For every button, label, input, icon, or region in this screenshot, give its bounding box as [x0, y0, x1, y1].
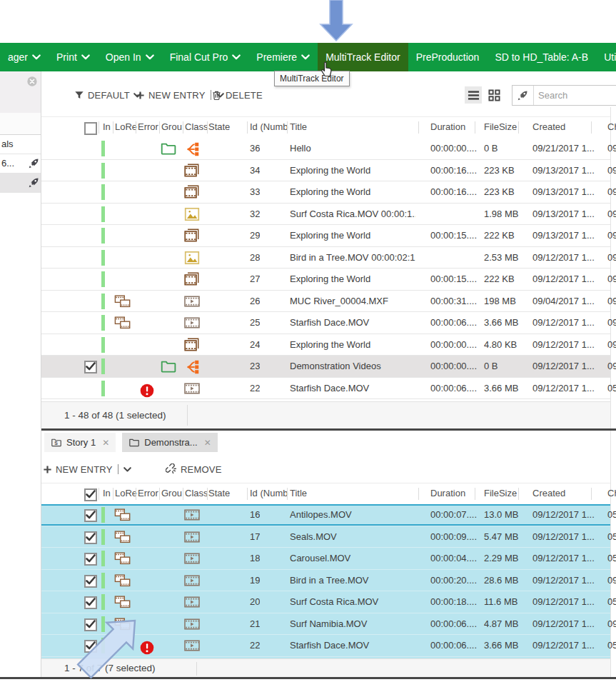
column-header-id-numb[interactable]: Id (Numb	[250, 117, 288, 137]
lowres-proxy-icon	[114, 315, 131, 331]
column-header-changed[interactable]: Changed	[607, 117, 616, 137]
table-row[interactable]: 22Starfish Dace.MOV00:00:06....3.66 MB09…	[41, 378, 610, 400]
cell-title: Surf Costa Rica.MOV 00:00:1...	[290, 204, 415, 226]
column-header-lore[interactable]: LoRe	[115, 483, 137, 503]
cell-title: Starfish Dace.MOV	[290, 635, 415, 657]
select-all-checkbox[interactable]	[84, 122, 97, 135]
row-checkbox[interactable]	[84, 575, 97, 588]
new-entry-button-lower[interactable]: NEW ENTRY	[43, 458, 131, 480]
grid-view-toggle[interactable]	[485, 86, 503, 104]
filter-default-button[interactable]: DEFAULT	[74, 84, 141, 106]
sidebar-item[interactable]: 6...	[0, 154, 41, 174]
column-header-id-numb[interactable]: Id (Numb	[250, 483, 288, 503]
tab-demonstra-[interactable]: Demonstra...✕	[122, 433, 217, 452]
close-icon[interactable]	[26, 76, 38, 87]
search-input[interactable]	[534, 86, 616, 105]
table-row[interactable]: 16Antilopes.MOV00:00:07....13.0 MB09/12/…	[41, 504, 610, 526]
table-row[interactable]: 27Exploring the World00:00:15....222 KB0…	[41, 269, 610, 291]
menu-item-open-in[interactable]: Open In	[98, 43, 162, 71]
table-row[interactable]: 17Seals.MOV00:00:09....5.47 MB09/12/2017…	[41, 526, 610, 548]
column-header-class[interactable]: Class	[185, 483, 208, 503]
column-header-in[interactable]: In	[103, 483, 111, 503]
menu-item-label: PreProduction	[416, 51, 480, 63]
column-header-grou[interactable]: Grou	[161, 117, 182, 137]
table-row[interactable]: 32Surf Costa Rica.MOV 00:00:1...1.98 MB0…	[41, 204, 610, 226]
column-header-created[interactable]: Created	[532, 117, 565, 137]
column-header-filesize[interactable]: FileSize	[484, 117, 517, 137]
column-header-state[interactable]: State	[208, 483, 230, 503]
column-header-state[interactable]: State	[208, 117, 230, 137]
column-header-error[interactable]: Error	[138, 117, 158, 137]
status-divider	[196, 662, 197, 676]
cell-filesize: 0 B	[484, 138, 530, 160]
cell-filesize: 3.66 MB	[484, 635, 530, 657]
ingest-status-bar	[101, 250, 105, 266]
column-header-duration[interactable]: Duration	[430, 117, 465, 137]
menu-item-print[interactable]: Print	[49, 43, 98, 71]
cell-created: 09/13/2017 1...	[532, 204, 600, 226]
list-view-toggle[interactable]	[465, 86, 482, 104]
cell-title: Exploring the World	[290, 181, 415, 204]
delete-button[interactable]: DELETE	[211, 84, 263, 106]
column-header-lore[interactable]: LoRe	[115, 117, 137, 137]
table-row[interactable]: 33Exploring the World00:00:16....223 KB0…	[41, 181, 610, 204]
filter-label: DEFAULT	[88, 90, 130, 101]
cell-created: 09/12/2017 1...	[532, 334, 600, 356]
column-header-grou[interactable]: Grou	[161, 483, 182, 503]
column-header-class[interactable]: Class	[185, 117, 208, 137]
menu-item-final-cut-pro[interactable]: Final Cut Pro	[162, 43, 249, 71]
table-row[interactable]: 34Exploring the World00:00:16....223 KB0…	[41, 160, 610, 182]
table-row[interactable]: 28Bird in a Tree.MOV 00:00:02:122.53 MB0…	[41, 247, 610, 269]
row-checkbox[interactable]	[84, 596, 97, 609]
split-divider	[118, 464, 118, 474]
column-separator	[518, 121, 519, 134]
remove-button[interactable]: REMOVE	[166, 458, 222, 480]
table-row[interactable]: 29Exploring the World00:00:15....222 KB0…	[41, 225, 610, 247]
cell-duration: 00:00:00....	[430, 334, 482, 356]
table-row[interactable]: 26MUC River_00004.MXF00:00:31....198 MB0…	[41, 291, 610, 313]
column-header-changed[interactable]: Changed	[607, 483, 616, 503]
upper-table-header: InLoReErrorGrouClassStateId (NumbTitleDu…	[41, 116, 610, 139]
tab-close-icon[interactable]: ✕	[204, 438, 211, 448]
tab-close-icon[interactable]: ✕	[102, 438, 109, 448]
row-checkbox[interactable]	[84, 553, 97, 566]
table-row[interactable]: 25Starfish Dace.MOV00:00:06....3.66 MB09…	[41, 312, 610, 334]
column-header-in[interactable]: In	[103, 117, 111, 137]
column-header-error[interactable]: Error	[138, 483, 158, 503]
menu-item-utilities[interactable]: Utilities	[596, 43, 616, 71]
table-row[interactable]: 24Exploring the World00:00:00....4.80 KB…	[41, 334, 610, 356]
menu-item-preproduction[interactable]: PreProduction	[408, 43, 488, 71]
table-row[interactable]: 23Demonstration Videos00:00:00....0 B09/…	[41, 356, 610, 378]
row-checkbox[interactable]	[84, 531, 97, 544]
menu-item-premiere[interactable]: Premiere	[248, 43, 318, 71]
sidebar-item[interactable]	[0, 174, 41, 193]
cell-changed: 05/16/2018	[607, 526, 616, 548]
menu-item-ager[interactable]: ager	[0, 43, 49, 71]
video-class-icon	[183, 638, 201, 653]
row-checkbox[interactable]	[84, 509, 97, 522]
tab-story-1[interactable]: Story 1✕	[44, 433, 116, 452]
column-header-filesize[interactable]: FileSize	[484, 483, 517, 503]
select-all-checkbox[interactable]	[84, 488, 97, 501]
application-window: agerPrintOpen InFinal Cut ProPremiereMul…	[0, 0, 616, 682]
cell-id: 33	[250, 181, 260, 204]
column-header-title[interactable]: Title	[290, 117, 307, 137]
column-header-created[interactable]: Created	[532, 483, 565, 503]
cell-title: Starfish Dace.MOV	[290, 378, 415, 400]
cell-title: Hello	[290, 138, 415, 160]
cell-changed: 09/12/2017	[607, 613, 616, 636]
table-row[interactable]: 19Bird in a Tree.MOV00:00:20....28.6 MB0…	[41, 570, 610, 592]
menu-item-sd-to-hd-table-a-b[interactable]: SD to HD_Table: A-B	[487, 43, 596, 71]
video-class-icon	[183, 594, 201, 610]
ingest-status-bar	[101, 184, 105, 200]
table-row[interactable]: 36Hello00:00:00....0 B09/21/2017 1...09/…	[41, 138, 610, 160]
video-class-icon	[183, 507, 201, 523]
table-row[interactable]: 20Surf Costa Rica.MOV00:00:18....11.6 MB…	[41, 591, 610, 613]
cell-duration: 00:00:06....	[430, 312, 482, 334]
sidebar-item[interactable]: als	[0, 135, 41, 154]
table-row[interactable]: 18Carousel.MOV00:00:04....2.29 MB09/12/2…	[41, 548, 610, 570]
sidebar-header-cell	[0, 113, 27, 135]
column-header-title[interactable]: Title	[290, 483, 307, 503]
column-header-duration[interactable]: Duration	[430, 483, 465, 503]
row-checkbox[interactable]	[84, 361, 97, 373]
